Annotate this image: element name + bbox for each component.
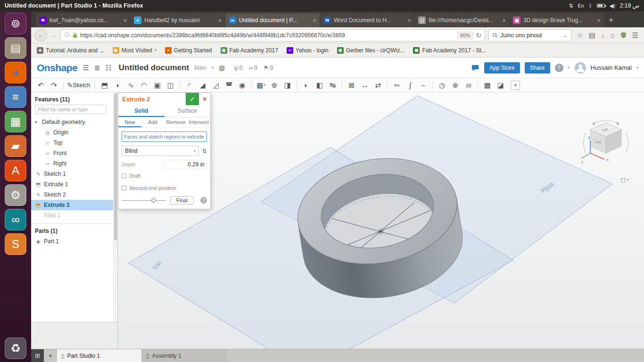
shell-icon[interactable]: ◚ bbox=[223, 80, 235, 91]
mode-remove[interactable]: Remove bbox=[165, 117, 188, 127]
slider-knob[interactable] bbox=[151, 197, 156, 203]
section-view-icon[interactable]: ◪ bbox=[495, 80, 506, 91]
bookmark-star-icon[interactable]: ☆ bbox=[577, 31, 583, 40]
url-input[interactable] bbox=[80, 32, 454, 39]
dash-home-button[interactable]: ⊚ bbox=[5, 13, 26, 34]
flip-direction-icon[interactable]: ⇅ bbox=[202, 148, 207, 155]
projected-curve-icon[interactable]: ⌢ bbox=[417, 80, 429, 91]
features-scrollbar[interactable] bbox=[113, 92, 117, 322]
move-face-icon[interactable]: ↔ bbox=[359, 80, 371, 91]
bookmark-item[interactable]: ▦Fab Academy 2017 - St... bbox=[413, 47, 486, 54]
tab-solid[interactable]: Solid bbox=[118, 105, 165, 117]
history-icon[interactable]: ☷ bbox=[105, 64, 111, 72]
back-button[interactable]: ← bbox=[35, 29, 47, 41]
tab-close-button[interactable]: × bbox=[313, 17, 316, 24]
feature-sketch-2[interactable]: ✎Sketch 2 bbox=[31, 189, 117, 200]
libreoffice-impress-icon[interactable]: ▰ bbox=[5, 135, 26, 157]
extrude-icon[interactable]: ⬒ bbox=[99, 80, 110, 91]
help-button[interactable]: ? bbox=[555, 64, 563, 72]
bookmark-item[interactable]: ▥Gerber files - cirQWiz... bbox=[337, 47, 405, 54]
tree-expand-caret-icon[interactable]: ▾ bbox=[35, 120, 40, 124]
link-count[interactable]: ∞0 bbox=[248, 65, 257, 71]
fork-count[interactable]: ψ0 bbox=[234, 65, 242, 71]
tab-close-button[interactable]: × bbox=[597, 17, 601, 24]
tab-close-button[interactable]: × bbox=[218, 17, 222, 24]
mode-intersect[interactable]: Intersect bbox=[187, 117, 210, 127]
system-settings-icon[interactable]: ⚙ bbox=[5, 184, 26, 206]
feature-origin[interactable]: ◎Origin bbox=[31, 127, 117, 138]
reload-icon[interactable]: ↻ bbox=[476, 32, 482, 39]
revolve-icon[interactable]: ◗ bbox=[112, 80, 124, 91]
search-bar[interactable]: → bbox=[488, 29, 571, 41]
clock[interactable]: ص 2:19 bbox=[620, 2, 639, 9]
redo-icon[interactable]: ↷ bbox=[48, 80, 60, 91]
globe-icon[interactable]: ◍ bbox=[219, 64, 225, 72]
draft-icon[interactable]: ◿ bbox=[210, 80, 222, 91]
bookmark-item[interactable]: ◈Tutorial: Arduino and ... bbox=[37, 47, 104, 54]
avatar[interactable] bbox=[575, 62, 586, 74]
delete-face-icon[interactable]: ⊠ bbox=[346, 80, 357, 91]
variable-icon[interactable]: (x) bbox=[462, 80, 474, 91]
shield-icon[interactable] bbox=[620, 32, 627, 39]
document-title[interactable]: Untitled document bbox=[119, 63, 189, 73]
loft-icon[interactable]: ◠ bbox=[138, 80, 150, 91]
feature-plane-top[interactable]: ▱Top bbox=[31, 138, 117, 148]
libreoffice-writer-icon[interactable]: ≡ bbox=[5, 86, 26, 108]
search-go-icon[interactable]: → bbox=[562, 32, 568, 39]
tab-assembly-1[interactable]: ▯ Assembly 1 bbox=[142, 349, 227, 362]
volume-icon[interactable]: ◀) bbox=[610, 3, 615, 9]
enclose-icon[interactable]: ◫ bbox=[165, 80, 176, 91]
hamburger-menu-icon[interactable]: ☰ bbox=[632, 31, 638, 40]
new-tab-button[interactable]: + bbox=[604, 13, 618, 27]
helix-icon[interactable]: ∾ bbox=[391, 80, 403, 91]
view-cube[interactable]: Top Left Z X Y bbox=[580, 117, 632, 170]
graphics-area[interactable]: Right Top bbox=[118, 92, 644, 349]
confirm-button[interactable]: ✓ bbox=[186, 93, 199, 105]
bookmark-item[interactable]: ▥Fab Academy 2017 bbox=[221, 47, 278, 54]
browser-tab[interactable]: ✉kwt_7sain@yahoo.co...× bbox=[36, 13, 130, 27]
draft-checkbox[interactable] bbox=[122, 173, 126, 178]
zoom-badge[interactable]: 90% bbox=[457, 32, 473, 39]
tab-part-studio-1[interactable]: ▯ Part Studio 1 bbox=[57, 349, 142, 362]
ubuntu-software-icon[interactable]: A bbox=[5, 160, 26, 181]
feature-extrude-1[interactable]: ⬒Extrude 1 bbox=[31, 179, 117, 189]
page-info-icon[interactable]: ⓘ bbox=[64, 31, 70, 39]
battery-icon[interactable] bbox=[597, 4, 605, 8]
mode-new[interactable]: New bbox=[118, 117, 141, 127]
flag-count[interactable]: ⚑0 bbox=[264, 65, 273, 71]
feature-sketch-1[interactable]: ✎Sketch 1 bbox=[31, 169, 117, 179]
feature-plane-right[interactable]: ▱Right bbox=[31, 158, 117, 169]
versions-icon[interactable]: ≣ bbox=[94, 64, 100, 72]
linear-pattern-icon[interactable]: ▦▾ bbox=[255, 80, 267, 91]
thicken-icon[interactable]: ▣ bbox=[151, 80, 163, 91]
document-menu-icon[interactable]: ☰ bbox=[83, 64, 89, 72]
tab-surface[interactable]: Surface bbox=[165, 105, 211, 117]
bookmark-item[interactable]: ●Getting Started bbox=[165, 47, 212, 54]
bluetooth-icon[interactable]: ᛒ bbox=[589, 3, 592, 8]
dialog-help-icon[interactable]: ? bbox=[200, 197, 207, 204]
measure-icon[interactable]: ◷ bbox=[436, 80, 448, 91]
circular-pattern-icon[interactable]: ⊛ bbox=[268, 80, 280, 91]
scrollbar-thumb[interactable] bbox=[114, 93, 117, 240]
mode-add[interactable]: Add bbox=[141, 117, 165, 127]
cancel-button[interactable]: × bbox=[199, 93, 210, 105]
arduino-ide-icon[interactable]: ∞ bbox=[5, 209, 26, 230]
files-icon[interactable]: ▤ bbox=[5, 37, 26, 59]
selection-field[interactable]: Faces and sketch regions to extrude bbox=[122, 132, 207, 142]
named-views-icon[interactable]: ▩ bbox=[481, 80, 493, 91]
final-button[interactable]: Final bbox=[170, 196, 194, 205]
spline-icon[interactable]: ∫ bbox=[404, 80, 416, 91]
browser-tab[interactable]: WWord Document to H...× bbox=[320, 13, 414, 27]
hole-icon[interactable]: ◉ bbox=[236, 80, 248, 91]
keyboard-layout-indicator[interactable]: En bbox=[578, 3, 584, 8]
feature-default-geometry[interactable]: ▾Default geometry bbox=[31, 117, 117, 127]
workspace-label[interactable]: Main bbox=[194, 65, 206, 71]
feature-extrude-2[interactable]: ⬒Extrude 2 bbox=[31, 200, 117, 210]
bookmark-item[interactable]: Y!Yahoo - login bbox=[287, 47, 329, 54]
app-store-button[interactable]: App Store bbox=[484, 62, 520, 74]
browser-tab[interactable]: ▢file:///home/sacgc/Deskt...× bbox=[415, 13, 509, 27]
add-custom-feature-button[interactable]: + bbox=[511, 81, 520, 90]
bookmarks-menu-icon[interactable]: ▤ bbox=[589, 31, 595, 40]
preview-slider[interactable] bbox=[122, 197, 166, 203]
chamfer-icon[interactable]: ◢ bbox=[197, 80, 208, 91]
